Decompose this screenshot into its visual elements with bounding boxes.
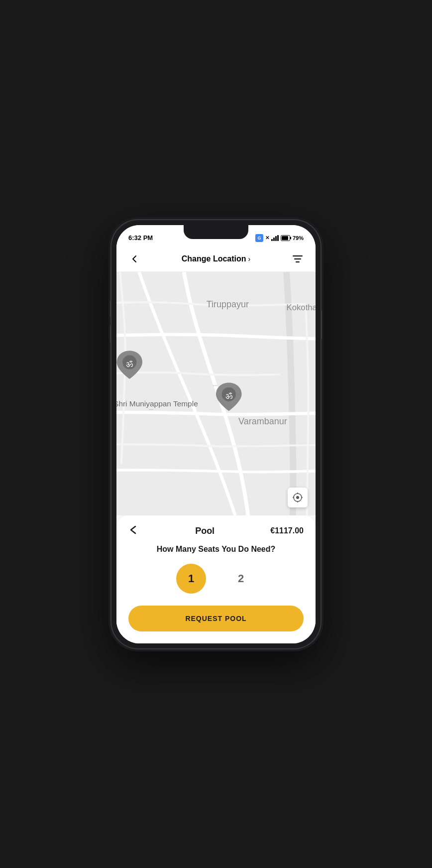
- svg-text:...: ...: [149, 404, 154, 410]
- svg-text:ॐ: ॐ: [126, 360, 133, 369]
- g-app-icon: G: [255, 234, 263, 242]
- signal-bar-icon: [271, 235, 279, 241]
- seats-question: How Many Seats You Do Need?: [128, 545, 304, 554]
- svg-text:Kokothanur: Kokothanur: [287, 303, 316, 312]
- svg-text:Shri Muniyappan Temple: Shri Muniyappan Temple: [116, 399, 198, 408]
- my-location-button[interactable]: [288, 488, 308, 507]
- back-button[interactable]: [126, 251, 142, 267]
- price-label: €1117.00: [270, 526, 304, 535]
- bottom-panel: Pool €1117.00 How Many Seats You Do Need…: [116, 515, 316, 643]
- nav-title: Change Location: [182, 254, 246, 263]
- svg-text:Tiruppayur: Tiruppayur: [207, 299, 249, 309]
- request-pool-button[interactable]: REQUEST POOL: [128, 606, 304, 631]
- seat-option-1[interactable]: 1: [176, 564, 206, 594]
- svg-text:...: ...: [213, 381, 218, 387]
- status-icons-group: G ✕ 79%: [255, 234, 304, 242]
- panel-back-button[interactable]: [128, 525, 139, 537]
- svg-rect-2: [290, 237, 291, 239]
- battery-icon: 79%: [281, 235, 304, 241]
- seat-option-2[interactable]: 2: [226, 564, 256, 594]
- filter-button[interactable]: [290, 251, 306, 267]
- signal-x-icon: ✕: [265, 235, 269, 241]
- svg-text:Varambanur: Varambanur: [238, 416, 287, 426]
- nav-chevron-icon: ›: [248, 255, 251, 263]
- status-time: 6:32 PM: [128, 234, 153, 242]
- panel-header: Pool €1117.00: [128, 525, 304, 537]
- seats-selector: 1 2: [128, 564, 304, 594]
- map-area[interactable]: Tiruppayur Kokothanur aryra mple Shri Mu…: [116, 272, 316, 515]
- change-location-button[interactable]: Change Location ›: [182, 254, 250, 263]
- top-nav: Change Location ›: [116, 247, 316, 272]
- ride-type-label: Pool: [195, 526, 215, 536]
- svg-text:ॐ: ॐ: [225, 391, 233, 401]
- svg-point-20: [296, 496, 299, 499]
- svg-rect-1: [282, 236, 288, 240]
